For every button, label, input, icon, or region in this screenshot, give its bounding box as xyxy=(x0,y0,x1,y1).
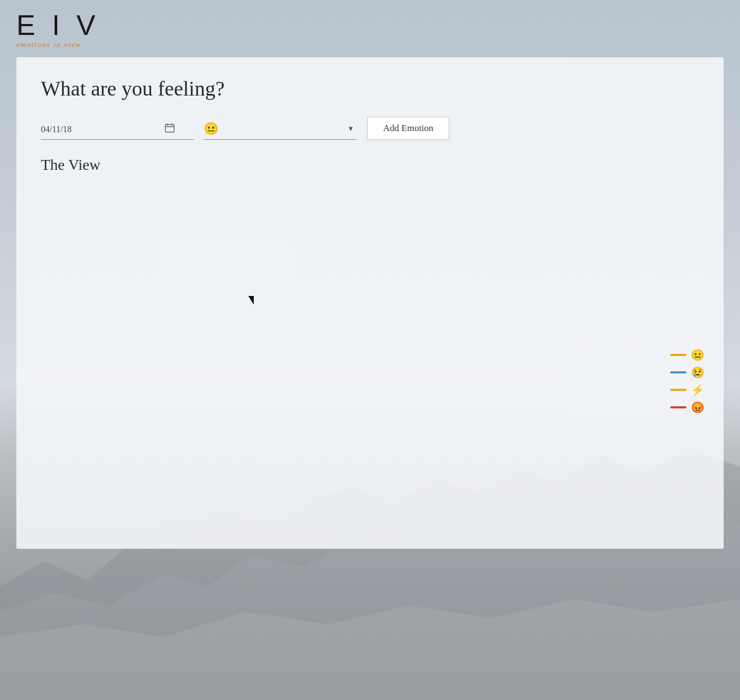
cursor-arrow xyxy=(248,296,254,305)
app-header: E I V emotions in view xyxy=(0,0,740,57)
main-card: What are you feeling? 😐 ▼ Add Emotion Th… xyxy=(16,57,724,549)
legend-bar xyxy=(670,354,687,356)
controls-row: 😐 ▼ Add Emotion xyxy=(41,117,699,140)
calendar-icon[interactable] xyxy=(164,122,175,136)
dropdown-arrow-icon: ▼ xyxy=(347,124,356,133)
legend-emoji: ⚡ xyxy=(691,383,705,396)
view-area: 😐 😢 ⚡ 😡 xyxy=(41,185,699,458)
legend-item: 😐 xyxy=(670,348,705,361)
svg-rect-3 xyxy=(165,124,174,132)
legend-emoji: 😡 xyxy=(691,401,705,414)
date-field-wrap xyxy=(41,122,194,140)
emotion-legend: 😐 😢 ⚡ 😡 xyxy=(670,348,705,414)
legend-item: 😢 xyxy=(670,366,705,379)
logo-main: E I V xyxy=(16,11,724,39)
add-emotion-button[interactable]: Add Emotion xyxy=(367,117,449,140)
logo-sub: emotions in view xyxy=(16,40,724,49)
emotion-select-wrap[interactable]: 😐 ▼ xyxy=(204,122,356,140)
date-input[interactable] xyxy=(41,124,161,134)
page-title: What are you feeling? xyxy=(41,76,699,100)
legend-emoji: 😐 xyxy=(691,348,705,361)
legend-bar xyxy=(670,406,687,408)
legend-emoji: 😢 xyxy=(691,366,705,379)
legend-bar xyxy=(670,371,687,373)
selected-emotion-icon: 😐 xyxy=(204,122,218,136)
view-section-title: The View xyxy=(41,156,699,174)
legend-bar xyxy=(670,389,687,391)
cursor xyxy=(248,294,254,308)
legend-item: ⚡ xyxy=(670,383,705,396)
legend-item: 😡 xyxy=(670,401,705,414)
